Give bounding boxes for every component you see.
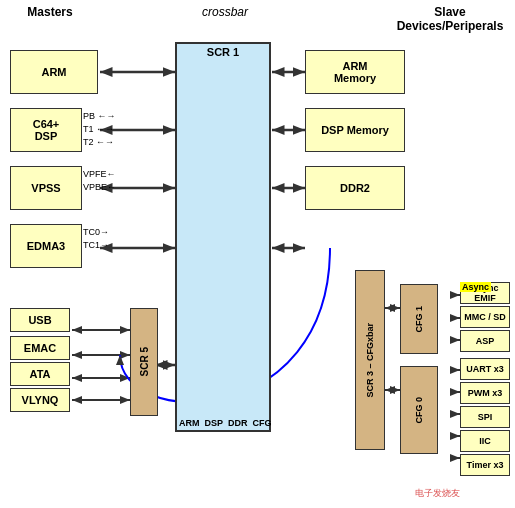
crossbar-header: crossbar	[175, 5, 275, 19]
dsp-memory-box: DSP Memory	[305, 108, 405, 152]
spi-box: SPI	[460, 406, 510, 428]
timer-box: Timer x3	[460, 454, 510, 476]
masters-header: Masters	[10, 5, 90, 19]
usb-box: USB	[10, 308, 70, 332]
cfg1-box: CFG 1	[400, 284, 438, 354]
c64-bus-labels: PB ←→ T1 ←→ T2 ←→	[83, 110, 116, 149]
vpss-bus-labels: VPFE← VPBE←	[83, 168, 116, 194]
cfg0-box: CFG 0	[400, 366, 438, 454]
scr3-cfgxbar-box: SCR 3 – CFGxbar	[355, 270, 385, 450]
scr5-box: SCR 5	[130, 308, 158, 416]
mmcsd-box: MMC / SD	[460, 306, 510, 328]
uart-box: UART x3	[460, 358, 510, 380]
edma3-box: EDMA3	[10, 224, 82, 268]
ata-box: ATA	[10, 362, 70, 386]
async-label: Async	[460, 282, 491, 292]
pwm-box: PWM x3	[460, 382, 510, 404]
vpss-box: VPSS	[10, 166, 82, 210]
arm-master-box: ARM	[10, 50, 98, 94]
emac-box: EMAC	[10, 336, 70, 360]
ddr2-box: DDR2	[305, 166, 405, 210]
iic-box: IIC	[460, 430, 510, 452]
arm-memory-box: ARMMemory	[305, 50, 405, 94]
asp-box: ASP	[460, 330, 510, 352]
scr1-crossbar: SCR 1 ARM DSP DDR CFG	[175, 42, 271, 432]
diagram: Masters crossbar SlaveDevices/Periperals…	[0, 0, 515, 508]
watermark: 电子发烧友	[415, 487, 460, 500]
slaves-header: SlaveDevices/Periperals	[390, 5, 510, 33]
c64-dsp-box: C64+DSP	[10, 108, 82, 152]
vlynq-box: VLYNQ	[10, 388, 70, 412]
edma3-bus-labels: TC0→ TC1→	[83, 226, 109, 252]
